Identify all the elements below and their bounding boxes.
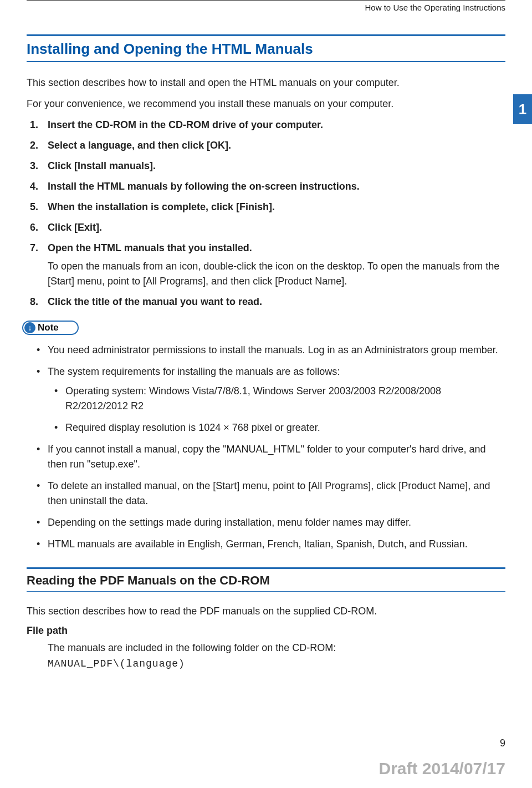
- intro-paragraph-2: For your convenience, we recommend you i…: [27, 96, 505, 111]
- note-text: HTML manuals are available in English, G…: [48, 538, 468, 550]
- step-text: Open the HTML manuals that you installed…: [48, 242, 252, 253]
- note-subitem: Required display resolution is 1024 × 76…: [48, 420, 505, 435]
- notes-list: You need administrator permissions to in…: [27, 343, 505, 552]
- note-text: Depending on the settings made during in…: [48, 517, 411, 528]
- step-text: Select a language, and then click [OK].: [48, 140, 231, 151]
- step-item: Install the HTML manuals by following th…: [27, 179, 505, 194]
- note-item: To delete an installed manual, on the [S…: [27, 479, 505, 509]
- down-arrow-icon: ↓: [24, 322, 35, 333]
- step-subtext: To open the manuals from an icon, double…: [48, 259, 505, 289]
- step-item: Select a language, and then click [OK].: [27, 138, 505, 153]
- filepath-label: File path: [27, 625, 505, 637]
- chapter-tab: 1: [513, 94, 532, 124]
- step-item: Click the title of the manual you want t…: [27, 294, 505, 309]
- header-breadcrumb: How to Use the Operating Instructions: [0, 3, 532, 34]
- step-text: When the installation is complete, click…: [48, 201, 275, 212]
- step-text: Click [Install manuals].: [48, 160, 156, 171]
- step-text: Install the HTML manuals by following th…: [48, 181, 360, 192]
- install-steps-list: Insert the CD-ROM in the CD-ROM drive of…: [27, 118, 505, 309]
- step-item: Open the HTML manuals that you installed…: [27, 241, 505, 289]
- note-text: You need administrator permissions to in…: [48, 344, 498, 355]
- note-subtext: Operating system: Windows Vista/7/8/8.1,…: [65, 385, 441, 411]
- note-badge: ↓ Note: [22, 321, 79, 335]
- step-item: When the installation is complete, click…: [27, 200, 505, 215]
- notes-sublist: Operating system: Windows Vista/7/8/8.1,…: [48, 384, 505, 435]
- filepath-desc: The manuals are included in the followin…: [48, 640, 505, 656]
- step-item: Click [Exit].: [27, 220, 505, 235]
- step-text: Insert the CD-ROM in the CD-ROM drive of…: [48, 119, 323, 130]
- draft-watermark: Draft 2014/07/17: [379, 759, 506, 778]
- note-item: You need administrator permissions to in…: [27, 343, 505, 358]
- note-subtext: Required display resolution is 1024 × 76…: [65, 422, 320, 433]
- note-text: If you cannot install a manual, copy the…: [48, 444, 486, 470]
- step-item: Click [Install manuals].: [27, 159, 505, 174]
- step-text: Click the title of the manual you want t…: [48, 296, 262, 307]
- section-title-installing: Installing and Opening the HTML Manuals: [27, 34, 505, 62]
- page-number: 9: [500, 738, 505, 749]
- note-item: HTML manuals are available in English, G…: [27, 537, 505, 552]
- filepath-value: MANUAL_PDF\(language): [48, 656, 505, 672]
- note-item: Depending on the settings made during in…: [27, 515, 505, 530]
- pdf-intro: This section describes how to read the P…: [27, 604, 505, 618]
- note-item: If you cannot install a manual, copy the…: [27, 442, 505, 472]
- note-item: The system requirements for installing t…: [27, 364, 505, 435]
- intro-paragraph-1: This section describes how to install an…: [27, 75, 505, 90]
- note-text: The system requirements for installing t…: [48, 366, 340, 377]
- note-text: To delete an installed manual, on the [S…: [48, 480, 490, 506]
- note-label: Note: [38, 322, 59, 333]
- note-subitem: Operating system: Windows Vista/7/8/8.1,…: [48, 384, 505, 414]
- step-text: Click [Exit].: [48, 222, 102, 233]
- step-item: Insert the CD-ROM in the CD-ROM drive of…: [27, 118, 505, 133]
- section-title-pdf: Reading the PDF Manuals on the CD-ROM: [27, 567, 505, 592]
